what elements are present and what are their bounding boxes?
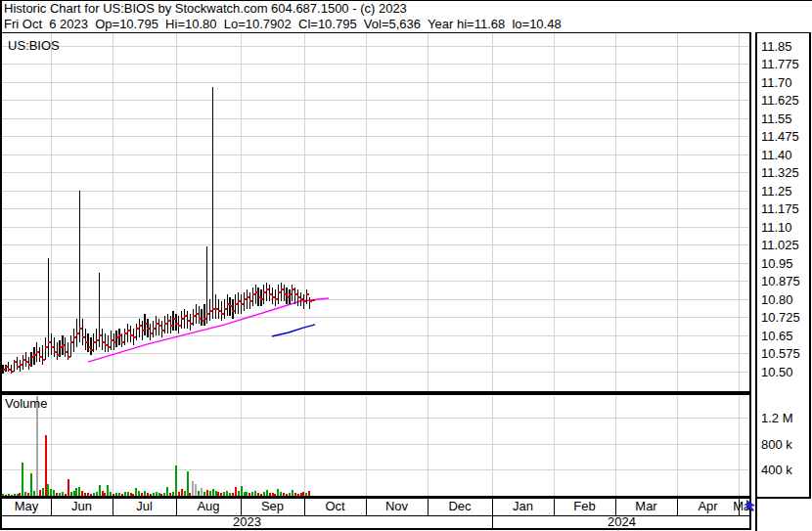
close-tick [102, 341, 105, 343]
close-tick [48, 341, 51, 343]
axis-column-top-border [755, 32, 811, 33]
close-tick [224, 308, 227, 310]
price-tick-label: 10.65 [761, 329, 810, 343]
close-tick [85, 341, 88, 343]
volume-tick-label: 1.2 M [761, 411, 810, 425]
close-tick [263, 291, 266, 293]
close-tick [294, 293, 297, 295]
volume-tick-label: 800 k [761, 437, 810, 452]
price-tick-label: 10.50 [761, 365, 810, 379]
price-tick-label: 11.40 [761, 148, 810, 162]
close-tick [76, 332, 79, 334]
close-tick [45, 346, 48, 348]
price-tick-label: 11.55 [761, 111, 810, 126]
close-tick [221, 313, 224, 315]
volume-bar [241, 486, 243, 496]
volume-bar [107, 485, 109, 496]
month-label: May [15, 500, 39, 513]
close-tick [158, 325, 161, 327]
close-tick [199, 318, 202, 320]
close-tick [272, 296, 275, 298]
close-tick [215, 308, 218, 310]
close-tick [212, 308, 215, 310]
close-tick [54, 351, 57, 353]
close-tick [96, 339, 99, 341]
outer-top-border [0, 0, 812, 1]
year-label: 2024 [608, 516, 636, 528]
month-label: Mar [635, 500, 656, 513]
month-separator [492, 499, 493, 515]
close-tick [28, 364, 31, 366]
price-tick-label: 10.80 [761, 292, 810, 307]
close-tick [260, 298, 263, 300]
month-label: Jul [136, 500, 153, 513]
close-tick [278, 291, 281, 293]
close-tick [68, 356, 70, 358]
year-label: 2023 [233, 516, 261, 528]
outer-left-border [0, 0, 2, 530]
close-tick [193, 315, 196, 317]
close-tick [170, 325, 173, 327]
close-tick [289, 293, 292, 295]
close-tick [203, 318, 206, 320]
close-tick [164, 323, 167, 325]
price-tick-label: 11.775 [761, 57, 810, 71]
month-separator [304, 499, 305, 515]
close-tick [147, 328, 150, 330]
price-tick-label: 11.025 [761, 238, 810, 252]
close-tick [202, 320, 204, 322]
volume-bar [78, 487, 80, 496]
close-tick [14, 361, 17, 363]
axis-column-bottom-border [755, 497, 811, 499]
close-tick [303, 300, 306, 302]
close-tick [111, 339, 113, 341]
close-tick [238, 300, 241, 302]
close-tick [113, 341, 116, 343]
price-tick-label: 10.875 [761, 274, 810, 288]
close-tick [281, 288, 284, 290]
close-tick [284, 293, 287, 295]
close-tick [42, 359, 45, 361]
price-tick-label: 10.575 [761, 346, 810, 361]
close-tick [145, 323, 148, 325]
month-label: Oct [325, 500, 344, 513]
close-tick [70, 341, 73, 343]
plot-right-border [749, 32, 751, 530]
close-tick [62, 344, 65, 346]
price-tick-label: 11.70 [761, 75, 810, 90]
month-separator [677, 499, 678, 515]
volume-bar [99, 485, 101, 496]
volume-bar [30, 473, 32, 496]
month-separator [51, 499, 52, 515]
month-label: Apr [698, 500, 717, 513]
chart-title: Historic Chart for US:BIOS by Stockwatch… [4, 1, 407, 16]
volume-bar [75, 488, 77, 496]
close-tick [196, 313, 199, 315]
close-tick [136, 328, 139, 330]
close-tick [209, 310, 212, 312]
close-tick [90, 349, 93, 351]
close-tick [227, 303, 230, 305]
close-tick [139, 325, 142, 327]
price-tick-label: 11.475 [761, 129, 810, 144]
price-panel-top-border [0, 32, 751, 33]
volume-bar [201, 488, 203, 496]
close-tick [187, 320, 190, 322]
price-tick-label: 11.625 [761, 93, 810, 108]
close-tick [25, 361, 28, 363]
year-axis: 20232024 [2, 516, 751, 528]
volume-bar [42, 488, 44, 496]
close-tick [153, 328, 156, 330]
volume-bar [277, 489, 279, 496]
close-tick [99, 334, 102, 336]
close-tick [133, 336, 136, 338]
close-tick [127, 330, 130, 332]
stockwatch-chart-window: Historic Chart for US:BIOS by Stockwatch… [0, 0, 812, 531]
close-tick [8, 369, 11, 371]
close-tick [230, 305, 233, 307]
close-tick [150, 332, 153, 334]
close-tick [258, 296, 261, 298]
axis-column-left-border [755, 32, 757, 531]
month-label: Dec [448, 500, 471, 513]
volume-bar [47, 484, 49, 496]
